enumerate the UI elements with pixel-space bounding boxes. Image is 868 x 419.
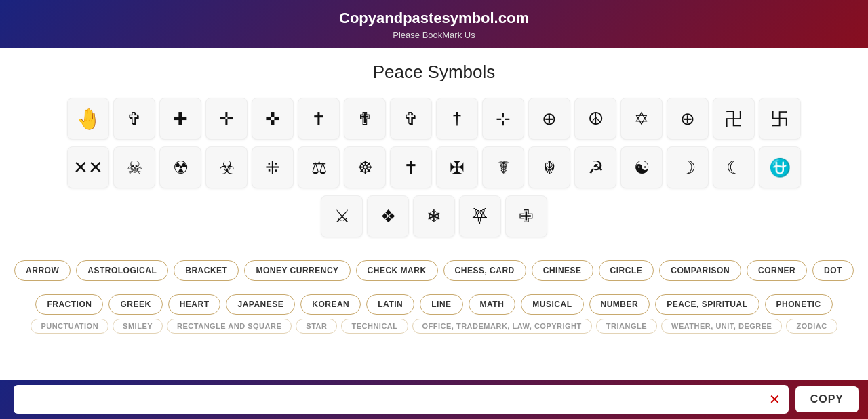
category-tag[interactable]: GREEK: [108, 294, 162, 315]
category-tag[interactable]: ARROW: [14, 260, 71, 281]
search-input[interactable]: [19, 385, 766, 414]
symbol-cell[interactable]: ✚: [159, 98, 201, 140]
category-tag[interactable]: FRACTION: [35, 294, 103, 315]
category-tag[interactable]: COMPARISON: [659, 260, 741, 281]
symbol-cell[interactable]: 卐: [759, 98, 801, 140]
symbol-cell[interactable]: ⚔: [321, 195, 363, 237]
symbol-grid-row1: 🤚✞✚✛✜✝✟✞†⊹⊕☮✡⊕卍卐: [27, 98, 841, 140]
symbol-cell[interactable]: ☭: [574, 146, 616, 188]
category-tag[interactable]: CHINESE: [532, 260, 593, 281]
category-tags-row3: PUNCTUATIONSMILEYRECTANGLE AND SQUARESTA…: [0, 319, 868, 334]
category-tag[interactable]: BRACKET: [174, 260, 239, 281]
symbol-cell[interactable]: 🤚: [67, 98, 109, 140]
symbol-cell[interactable]: ⁜: [252, 146, 294, 188]
symbol-cell[interactable]: ☽: [667, 146, 709, 188]
symbol-cell[interactable]: ☣: [205, 146, 248, 188]
category-tag[interactable]: MUSICAL: [521, 294, 583, 315]
symbol-cell[interactable]: ⊕: [667, 98, 709, 140]
symbol-cell[interactable]: ⛎: [759, 146, 801, 188]
symbol-cell[interactable]: ✝: [390, 146, 432, 188]
symbol-cell[interactable]: ✟: [344, 98, 386, 140]
page-title: Peace Symbols: [27, 62, 841, 83]
symbol-cell[interactable]: ⚖: [298, 146, 340, 188]
category-tag[interactable]: PHONETIC: [765, 294, 833, 315]
category-tag[interactable]: NUMBER: [589, 294, 650, 315]
category-tag[interactable]: HEART: [168, 294, 221, 315]
symbol-cell[interactable]: ☸: [344, 146, 386, 188]
symbol-cell[interactable]: ⊕: [528, 98, 570, 140]
category-tag[interactable]: PUNCTUATION: [31, 319, 108, 334]
main-content: Peace Symbols 🤚✞✚✛✜✝✟✞†⊹⊕☮✡⊕卍卐 ✕✕☠☢☣⁜⚖☸✝…: [0, 48, 868, 251]
search-bar: ✕ COPY: [0, 380, 868, 419]
symbol-cell[interactable]: ✞: [113, 98, 155, 140]
site-title: Copyandpastesymbol.com: [0, 9, 868, 27]
category-tag[interactable]: ZODIAC: [786, 319, 837, 334]
category-tag[interactable]: LINE: [420, 294, 462, 315]
symbol-cell[interactable]: ❄: [413, 195, 455, 237]
symbol-cell[interactable]: ☮: [574, 98, 616, 140]
category-tag[interactable]: SMILEY: [113, 319, 163, 334]
symbol-cell[interactable]: ⊹: [482, 98, 524, 140]
category-tag[interactable]: RECTANGLE AND SQUARE: [167, 319, 292, 334]
category-tags-row2: FRACTIONGREEKHEARTJAPANESEKOREANLATINLIN…: [0, 285, 868, 319]
symbol-cell[interactable]: ☤: [482, 146, 524, 188]
symbol-cell[interactable]: ✠: [436, 146, 478, 188]
category-tag[interactable]: ASTROLOGICAL: [76, 260, 168, 281]
category-tag[interactable]: WEATHER, UNIT, DEGREE: [661, 319, 782, 334]
category-tag[interactable]: JAPANESE: [226, 294, 295, 315]
symbol-cell[interactable]: ☾: [713, 146, 755, 188]
category-tag[interactable]: STAR: [296, 319, 337, 334]
symbol-cell[interactable]: ⛧: [459, 195, 501, 237]
category-tag[interactable]: CIRCLE: [599, 260, 654, 281]
site-header: Copyandpastesymbol.com Please BookMark U…: [0, 0, 868, 48]
category-tag[interactable]: MONEY CURRENCY: [244, 260, 350, 281]
symbol-cell[interactable]: ✡: [620, 98, 663, 140]
symbol-grid-row2: ✕✕☠☢☣⁜⚖☸✝✠☤☬☭☯☽☾⛎: [27, 146, 841, 188]
search-input-wrap: ✕: [14, 385, 789, 414]
category-tag[interactable]: CHECK MARK: [356, 260, 438, 281]
clear-icon[interactable]: ✕: [766, 391, 783, 407]
symbol-cell[interactable]: ✛: [205, 98, 248, 140]
category-tag[interactable]: LATIN: [366, 294, 414, 315]
symbol-cell[interactable]: ✜: [252, 98, 294, 140]
symbol-cell[interactable]: †: [436, 98, 478, 140]
category-tag[interactable]: TECHNICAL: [341, 319, 408, 334]
symbol-cell[interactable]: 卍: [713, 98, 755, 140]
category-tag[interactable]: CHESS, CARD: [443, 260, 526, 281]
symbol-cell[interactable]: ✙: [505, 195, 547, 237]
copy-button[interactable]: COPY: [795, 386, 859, 412]
symbol-cell[interactable]: ❖: [367, 195, 409, 237]
category-tag[interactable]: CORNER: [747, 260, 807, 281]
symbol-cell[interactable]: ☬: [528, 146, 570, 188]
category-tags-row1: ARROWASTROLOGICALBRACKETMONEY CURRENCYCH…: [0, 251, 868, 285]
category-tag[interactable]: KOREAN: [300, 294, 361, 315]
category-tag[interactable]: DOT: [812, 260, 854, 281]
category-tag[interactable]: MATH: [469, 294, 516, 315]
symbol-cell[interactable]: ✞: [390, 98, 432, 140]
category-tag[interactable]: OFFICE, TRADEMARK, LAW, COPYRIGHT: [412, 319, 592, 334]
category-tag[interactable]: PEACE, SPIRITUAL: [655, 294, 759, 315]
site-subtitle: Please BookMark Us: [0, 30, 868, 40]
category-tag[interactable]: TRIANGLE: [596, 319, 657, 334]
symbol-cell[interactable]: ☯: [620, 146, 663, 188]
symbol-grid-row3: ⚔❖❄⛧✙: [27, 195, 841, 237]
symbol-cell[interactable]: ✕✕: [67, 146, 109, 188]
symbol-cell[interactable]: ☢: [159, 146, 201, 188]
symbol-cell[interactable]: ✝: [298, 98, 340, 140]
symbol-cell[interactable]: ☠: [113, 146, 155, 188]
